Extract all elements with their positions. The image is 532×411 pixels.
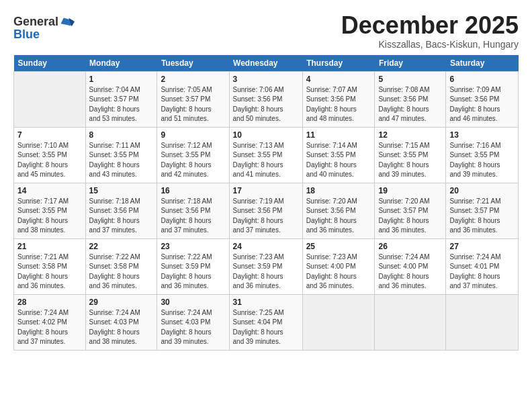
day-cell: 28Sunrise: 7:24 AM Sunset: 4:02 PM Dayli… [14, 294, 86, 350]
day-info: Sunrise: 7:09 AM Sunset: 3:56 PM Dayligh… [449, 85, 515, 124]
day-number: 17 [233, 186, 299, 195]
day-cell: 16Sunrise: 7:18 AM Sunset: 3:56 PM Dayli… [157, 183, 229, 238]
day-cell: 12Sunrise: 7:15 AM Sunset: 3:55 PM Dayli… [375, 127, 446, 183]
day-number: 24 [233, 242, 299, 251]
day-info: Sunrise: 7:12 AM Sunset: 3:55 PM Dayligh… [161, 141, 225, 180]
day-cell: 22Sunrise: 7:22 AM Sunset: 3:58 PM Dayli… [85, 238, 157, 294]
day-cell: 10Sunrise: 7:13 AM Sunset: 3:55 PM Dayli… [229, 127, 302, 183]
logo-general: General [13, 15, 58, 29]
day-number: 29 [89, 298, 154, 307]
day-number: 19 [378, 186, 442, 195]
day-number: 7 [17, 130, 82, 140]
day-info: Sunrise: 7:06 AM Sunset: 3:56 PM Dayligh… [233, 85, 299, 124]
day-number: 27 [449, 242, 515, 251]
day-number: 22 [89, 242, 154, 251]
day-cell: 4Sunrise: 7:07 AM Sunset: 3:56 PM Daylig… [302, 71, 375, 127]
day-info: Sunrise: 7:24 AM Sunset: 4:00 PM Dayligh… [378, 253, 442, 291]
day-number: 11 [306, 130, 371, 140]
day-cell: 8Sunrise: 7:11 AM Sunset: 3:55 PM Daylig… [85, 127, 157, 183]
day-cell: 26Sunrise: 7:24 AM Sunset: 4:00 PM Dayli… [375, 238, 446, 294]
day-info: Sunrise: 7:07 AM Sunset: 3:56 PM Dayligh… [306, 85, 371, 124]
day-info: Sunrise: 7:10 AM Sunset: 3:55 PM Dayligh… [17, 141, 82, 180]
week-row: 21Sunrise: 7:21 AM Sunset: 3:58 PM Dayli… [14, 238, 519, 294]
day-info: Sunrise: 7:24 AM Sunset: 4:02 PM Dayligh… [17, 308, 82, 347]
day-number: 18 [306, 186, 371, 195]
day-number: 25 [306, 242, 371, 251]
day-info: Sunrise: 7:18 AM Sunset: 3:56 PM Dayligh… [89, 197, 154, 236]
day-cell: 25Sunrise: 7:23 AM Sunset: 4:00 PM Dayli… [302, 238, 375, 294]
day-info: Sunrise: 7:23 AM Sunset: 4:00 PM Dayligh… [306, 253, 371, 291]
day-info: Sunrise: 7:23 AM Sunset: 3:59 PM Dayligh… [233, 253, 299, 291]
day-cell: 13Sunrise: 7:16 AM Sunset: 3:55 PM Dayli… [446, 127, 519, 183]
day-cell: 7Sunrise: 7:10 AM Sunset: 3:55 PM Daylig… [14, 127, 86, 183]
day-info: Sunrise: 7:04 AM Sunset: 3:57 PM Dayligh… [89, 85, 154, 124]
day-info: Sunrise: 7:22 AM Sunset: 3:59 PM Dayligh… [161, 253, 225, 291]
day-cell: 24Sunrise: 7:23 AM Sunset: 3:59 PM Dayli… [229, 238, 302, 294]
day-info: Sunrise: 7:16 AM Sunset: 3:55 PM Dayligh… [449, 141, 515, 180]
day-cell [14, 71, 86, 127]
page: General Blue December 2025 Kisszallas, B… [0, 0, 532, 357]
day-cell: 21Sunrise: 7:21 AM Sunset: 3:58 PM Dayli… [14, 238, 86, 294]
day-number: 26 [378, 242, 442, 251]
day-number: 31 [233, 298, 299, 307]
week-row: 7Sunrise: 7:10 AM Sunset: 3:55 PM Daylig… [14, 127, 519, 183]
day-info: Sunrise: 7:20 AM Sunset: 3:56 PM Dayligh… [306, 197, 371, 236]
day-number: 20 [449, 186, 515, 195]
day-cell: 1Sunrise: 7:04 AM Sunset: 3:57 PM Daylig… [85, 71, 157, 127]
day-number: 2 [161, 75, 225, 84]
logo-icon [60, 15, 75, 30]
day-cell: 2Sunrise: 7:05 AM Sunset: 3:57 PM Daylig… [157, 71, 229, 127]
day-cell: 27Sunrise: 7:24 AM Sunset: 4:01 PM Dayli… [446, 238, 519, 294]
day-cell: 6Sunrise: 7:09 AM Sunset: 3:56 PM Daylig… [446, 71, 519, 127]
week-row: 1Sunrise: 7:04 AM Sunset: 3:57 PM Daylig… [14, 71, 519, 127]
logo-blue: Blue [13, 28, 75, 42]
day-number: 5 [378, 75, 442, 84]
day-number: 9 [161, 130, 225, 140]
day-header: Wednesday [229, 55, 302, 72]
day-number: 13 [449, 130, 515, 140]
day-header: Tuesday [157, 55, 229, 72]
header-row: SundayMondayTuesdayWednesdayThursdayFrid… [14, 55, 519, 72]
day-number: 28 [17, 298, 82, 307]
day-info: Sunrise: 7:25 AM Sunset: 4:04 PM Dayligh… [233, 308, 299, 347]
day-number: 12 [378, 130, 442, 140]
week-row: 28Sunrise: 7:24 AM Sunset: 4:02 PM Dayli… [14, 294, 519, 350]
day-info: Sunrise: 7:18 AM Sunset: 3:56 PM Dayligh… [161, 197, 225, 236]
day-number: 15 [89, 186, 154, 195]
day-info: Sunrise: 7:05 AM Sunset: 3:57 PM Dayligh… [161, 85, 225, 124]
week-row: 14Sunrise: 7:17 AM Sunset: 3:55 PM Dayli… [14, 183, 519, 238]
day-info: Sunrise: 7:21 AM Sunset: 3:58 PM Dayligh… [17, 253, 82, 291]
day-cell: 18Sunrise: 7:20 AM Sunset: 3:56 PM Dayli… [302, 183, 375, 238]
month-title: December 2025 [341, 12, 519, 39]
day-info: Sunrise: 7:08 AM Sunset: 3:56 PM Dayligh… [378, 85, 442, 124]
day-cell: 23Sunrise: 7:22 AM Sunset: 3:59 PM Dayli… [157, 238, 229, 294]
day-cell: 5Sunrise: 7:08 AM Sunset: 3:56 PM Daylig… [375, 71, 446, 127]
day-number: 8 [89, 130, 154, 140]
day-cell: 29Sunrise: 7:24 AM Sunset: 4:03 PM Dayli… [85, 294, 157, 350]
day-number: 10 [233, 130, 299, 140]
title-block: December 2025 Kisszallas, Bacs-Kiskun, H… [341, 12, 519, 50]
logo: General Blue [13, 15, 75, 42]
day-info: Sunrise: 7:22 AM Sunset: 3:58 PM Dayligh… [89, 253, 154, 291]
day-cell: 15Sunrise: 7:18 AM Sunset: 3:56 PM Dayli… [85, 183, 157, 238]
day-info: Sunrise: 7:15 AM Sunset: 3:55 PM Dayligh… [378, 141, 442, 180]
day-cell: 11Sunrise: 7:14 AM Sunset: 3:55 PM Dayli… [302, 127, 375, 183]
day-info: Sunrise: 7:13 AM Sunset: 3:55 PM Dayligh… [233, 141, 299, 180]
day-header: Saturday [446, 55, 519, 72]
day-cell [302, 294, 375, 350]
day-info: Sunrise: 7:20 AM Sunset: 3:57 PM Dayligh… [378, 197, 442, 236]
day-cell: 19Sunrise: 7:20 AM Sunset: 3:57 PM Dayli… [375, 183, 446, 238]
header-section: General Blue December 2025 Kisszallas, B… [13, 12, 519, 50]
day-info: Sunrise: 7:19 AM Sunset: 3:56 PM Dayligh… [233, 197, 299, 236]
day-number: 14 [17, 186, 82, 195]
day-info: Sunrise: 7:11 AM Sunset: 3:55 PM Dayligh… [89, 141, 154, 180]
day-info: Sunrise: 7:24 AM Sunset: 4:01 PM Dayligh… [449, 253, 515, 291]
day-number: 23 [161, 242, 225, 251]
day-number: 1 [89, 75, 154, 84]
day-info: Sunrise: 7:17 AM Sunset: 3:55 PM Dayligh… [17, 197, 82, 236]
day-info: Sunrise: 7:24 AM Sunset: 4:03 PM Dayligh… [89, 308, 154, 347]
day-header: Friday [375, 55, 446, 72]
day-number: 16 [161, 186, 225, 195]
day-info: Sunrise: 7:14 AM Sunset: 3:55 PM Dayligh… [306, 141, 371, 180]
day-number: 30 [161, 298, 225, 307]
